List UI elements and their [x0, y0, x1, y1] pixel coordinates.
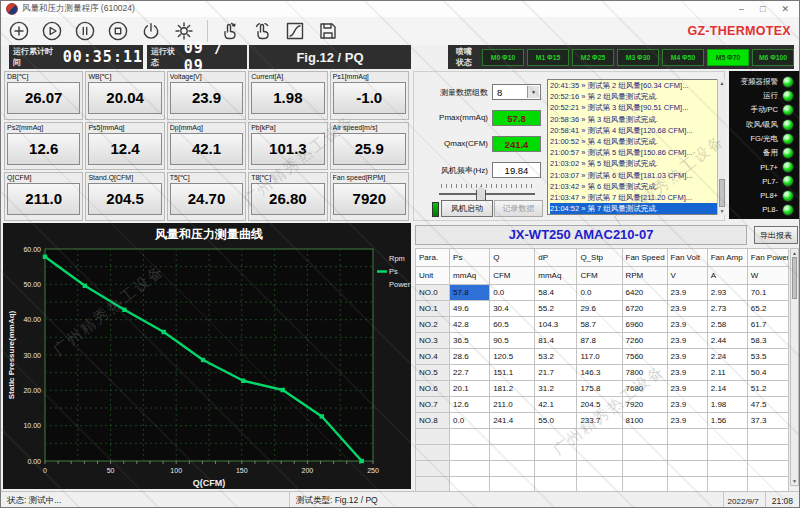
table-cell[interactable]: 146.3 [577, 365, 622, 381]
table-cell[interactable]: 2.11 [707, 365, 747, 381]
minimize-icon[interactable]: – [739, 5, 744, 14]
add-button[interactable] [7, 19, 31, 43]
table-cell[interactable]: 58.7 [577, 317, 622, 333]
table-cell[interactable]: 23.9 [667, 285, 707, 301]
table-cell[interactable]: 104.3 [535, 317, 577, 333]
table-cell[interactable]: 36.5 [450, 333, 490, 349]
table-cell[interactable]: 23.9 [667, 397, 707, 413]
table-cell[interactable]: 37.3 [747, 413, 788, 429]
table-cell[interactable]: 22.7 [450, 365, 490, 381]
log-line[interactable]: 21:03:02 » 第 5 组风量测试完成. [550, 158, 724, 169]
table-cell[interactable]: 2.93 [707, 285, 747, 301]
table-cell[interactable]: 28.6 [450, 349, 490, 365]
save-button[interactable] [316, 19, 340, 43]
table-cell[interactable]: 31.2 [535, 381, 577, 397]
log-line[interactable]: 21:03:47 » 测试第 7 组风量[211.20 CFM]... [550, 192, 724, 203]
table-cell[interactable]: 0.0 [490, 285, 535, 301]
nozzle-button[interactable]: M3 Φ30 [617, 49, 659, 66]
slider-thumb[interactable] [476, 186, 486, 201]
table-cell[interactable]: 60.5 [490, 317, 535, 333]
table-cell[interactable]: 0.0 [450, 413, 490, 429]
table-cell[interactable]: 30.4 [490, 301, 535, 317]
table-cell[interactable]: NO.3 [416, 333, 450, 349]
log-scrollbar[interactable]: ▲ ▼ [717, 79, 726, 215]
table-cell[interactable]: 233.7 [577, 413, 622, 429]
stop-button[interactable] [106, 19, 130, 43]
log-line[interactable]: 20:58:36 » 第 3 组风量测试完成. [550, 114, 724, 125]
table-cell[interactable]: NO.5 [416, 365, 450, 381]
table-cell[interactable]: 29.6 [577, 301, 622, 317]
table-cell[interactable]: 58.4 [535, 285, 577, 301]
log-line[interactable]: 20:58:41 » 测试第 4 组风量[120.68 CFM]... [550, 125, 724, 136]
table-cell[interactable]: 53.2 [535, 349, 577, 365]
table-cell[interactable]: 23.9 [667, 317, 707, 333]
table-cell[interactable]: 70.1 [747, 285, 788, 301]
table-scroll-down-icon[interactable]: ▼ [791, 478, 798, 484]
table-cell[interactable]: 6720 [622, 301, 667, 317]
table-cell[interactable]: 23.9 [667, 413, 707, 429]
scroll-down-icon[interactable]: ▼ [718, 208, 726, 214]
table-cell[interactable]: NO.2 [416, 317, 450, 333]
log-scroll-thumb[interactable] [719, 179, 725, 207]
table-cell[interactable]: NO.0 [416, 285, 450, 301]
table-cell[interactable]: 1.98 [707, 397, 747, 413]
nozzle-button[interactable]: M5 Φ70 [707, 49, 749, 66]
curve-chart-button[interactable] [283, 19, 307, 43]
table-cell[interactable]: 23.9 [667, 349, 707, 365]
table-cell[interactable]: 211.0 [490, 397, 535, 413]
table-cell[interactable]: 81.4 [535, 333, 577, 349]
chevron-down-icon[interactable]: ▼ [527, 86, 539, 98]
table-cell[interactable]: 241.4 [490, 413, 535, 429]
table-cell[interactable]: 87.8 [577, 333, 622, 349]
nozzle-button[interactable]: M0 Φ10 [482, 49, 524, 66]
table-cell[interactable]: 12.6 [450, 397, 490, 413]
table-cell[interactable]: 7680 [622, 381, 667, 397]
table-cell[interactable]: 23.9 [667, 381, 707, 397]
table-cell[interactable]: NO.6 [416, 381, 450, 397]
maximize-icon[interactable]: □ [760, 5, 765, 14]
table-cell[interactable]: 7260 [622, 333, 667, 349]
log-line[interactable]: 20:41:35 » 测试第 2 组风量[60.34 CFM]... [550, 80, 724, 91]
table-cell[interactable]: NO.7 [416, 397, 450, 413]
table-cell[interactable]: 181.2 [490, 381, 535, 397]
auto-timer-hand-button[interactable] [250, 19, 274, 43]
log-line[interactable]: 21:00:52 » 第 4 组风量测试完成. [550, 136, 724, 147]
table-cell[interactable]: 120.5 [490, 349, 535, 365]
nozzle-button[interactable]: M2 Φ25 [572, 49, 614, 66]
pause-button[interactable] [73, 19, 97, 43]
table-cell[interactable]: 8100 [622, 413, 667, 429]
groups-dropdown[interactable]: 8 ▼ [492, 84, 541, 100]
fan-start-button[interactable]: 风机启动 [441, 200, 493, 217]
run-button[interactable] [40, 19, 64, 43]
table-cell[interactable]: 2.73 [707, 301, 747, 317]
table-cell[interactable]: 49.6 [450, 301, 490, 317]
table-cell[interactable]: 65.2 [747, 301, 788, 317]
table-cell[interactable]: NO.8 [416, 413, 450, 429]
table-cell[interactable]: 42.8 [450, 317, 490, 333]
nozzle-button[interactable]: M1 Φ15 [527, 49, 569, 66]
table-cell[interactable]: 23.9 [667, 301, 707, 317]
table-cell[interactable]: 6420 [622, 285, 667, 301]
table-cell[interactable]: 1.56 [707, 413, 747, 429]
table-scroll-up-icon[interactable]: ▲ [791, 250, 798, 256]
close-icon[interactable]: ✕ [781, 5, 789, 14]
log-line[interactable]: 21:03:42 » 第 6 组风量测试完成. [550, 181, 724, 192]
record-data-button[interactable]: 记录数据 [494, 200, 543, 217]
table-scroll-thumb[interactable] [792, 257, 797, 299]
power-button[interactable] [139, 19, 163, 43]
nozzle-button[interactable]: M6 Φ100 [752, 49, 794, 66]
table-cell[interactable]: 58.3 [747, 333, 788, 349]
table-cell[interactable]: 23.9 [667, 333, 707, 349]
table-cell[interactable]: 55.0 [535, 413, 577, 429]
export-report-button[interactable]: 导出报表 [754, 226, 798, 244]
table-cell[interactable]: 42.1 [535, 397, 577, 413]
table-scrollbar[interactable]: ▲ ▼ [790, 248, 799, 486]
table-cell[interactable]: 21.7 [535, 365, 577, 381]
table-cell[interactable]: 61.7 [747, 317, 788, 333]
table-cell[interactable]: 117.0 [577, 349, 622, 365]
scroll-up-icon[interactable]: ▲ [718, 80, 726, 86]
table-cell[interactable]: NO.1 [416, 301, 450, 317]
table-cell[interactable]: 20.1 [450, 381, 490, 397]
table-cell[interactable]: 7920 [622, 397, 667, 413]
log-line[interactable]: 20:52:16 » 第 2 组风量测试完成. [550, 91, 724, 102]
